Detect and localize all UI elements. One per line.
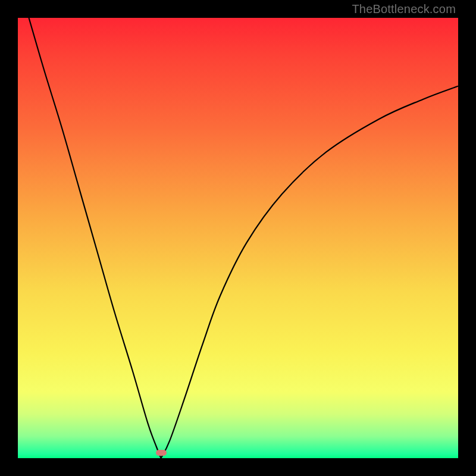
bottleneck-curve <box>18 18 458 458</box>
curve-right-branch <box>161 86 459 458</box>
minimum-marker <box>156 450 167 456</box>
chart-frame: TheBottleneck.com <box>0 0 476 476</box>
curve-left-branch <box>29 18 161 458</box>
plot-area <box>18 18 458 458</box>
watermark-text: TheBottleneck.com <box>352 2 456 16</box>
